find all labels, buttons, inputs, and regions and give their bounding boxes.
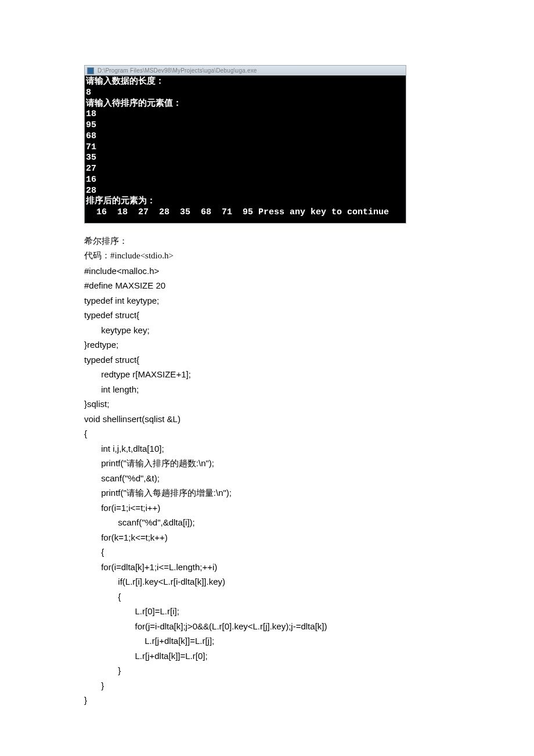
console-output: 请输入数据的长度： 8 请输入待排序的元素值： 18 95 68 71 35 2… xyxy=(84,75,406,224)
app-icon xyxy=(87,67,94,74)
code-block: #include<malloc.h> #define MAXSIZE 20 ty… xyxy=(84,264,450,708)
titlebar-text: D:\Program Files\MSDev98\MyProjects\uga\… xyxy=(98,67,257,74)
console-titlebar: D:\Program Files\MSDev98\MyProjects\uga\… xyxy=(84,65,406,75)
code-intro-line: 代码：#include<stdio.h> xyxy=(84,249,450,264)
console-window: D:\Program Files\MSDev98\MyProjects\uga\… xyxy=(84,65,406,224)
section-title: 希尔排序： xyxy=(84,234,450,249)
